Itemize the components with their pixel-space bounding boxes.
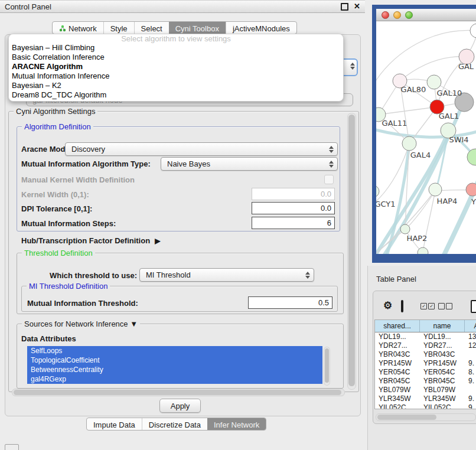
table-cell: YBL079W: [420, 386, 465, 394]
threshold-definition-title: Threshold Definition: [22, 249, 95, 257]
tab-label: Network: [69, 24, 97, 33]
settings-scroll-thumb[interactable]: [348, 115, 355, 386]
deselect-all-columns-icon[interactable]: [438, 303, 452, 309]
table-row[interactable]: YBR045CYBR045C9.: [375, 377, 476, 386]
network-node[interactable]: [402, 136, 416, 151]
hub-definition-label: Hub/Transcription Factor Definition: [21, 236, 150, 245]
list-vertical-scrollbar[interactable]: [324, 347, 330, 386]
network-node[interactable]: [470, 24, 476, 38]
stepper-icon: [325, 161, 334, 168]
column-header[interactable]: name: [420, 320, 465, 332]
screen: { "icons": { "gear": "⚙", "close": "✕", …: [0, 0, 476, 450]
table-cell: 9.: [465, 394, 476, 403]
kernel-width-field[interactable]: 0.0: [252, 188, 335, 200]
table-row[interactable]: YBL079WYBL079W: [375, 386, 476, 394]
algorithm-option[interactable]: ARACNE Algorithm: [9, 62, 343, 71]
column-view-icon[interactable]: [401, 300, 403, 312]
algorithm-option[interactable]: Dream8 DC_TDC Algorithm: [9, 90, 343, 100]
table-row[interactable]: YDL19...YDL19...13: [375, 332, 476, 341]
table-cell: [465, 386, 476, 394]
hub-definition-toggle[interactable]: Hub/Transcription Factor Definition▶: [21, 236, 160, 245]
data-attribute-item[interactable]: SelfLoops: [27, 346, 322, 356]
network-window-titlebar[interactable]: [376, 9, 476, 21]
network-node[interactable]: [466, 183, 476, 196]
table-cell: YIL052C: [420, 403, 465, 409]
settings-horizontal-scrollbar[interactable]: [12, 389, 345, 396]
tab-infer-network[interactable]: Infer Network: [207, 418, 266, 430]
table-cell: 9.: [465, 359, 476, 368]
table-body: YDL19...YDL19...13YDR27...YDR27...12YBR0…: [375, 332, 476, 409]
float-panel-icon[interactable]: [341, 3, 348, 11]
network-canvas[interactable]: GALGAL80GAL10GAL1GAL11SWI4GAL4GCY1HAP4YH…: [376, 21, 476, 254]
table-panel-title: Table Panel: [376, 275, 416, 283]
dpi-tolerance-field[interactable]: 0.0: [252, 202, 335, 214]
table-row[interactable]: YER054CYER054C8.: [375, 368, 476, 377]
cyni-algorithm-settings-title: Cyni Algorithm Settings: [14, 107, 97, 116]
tab-jactivemnodules[interactable]: jActiveMNodules: [226, 22, 296, 34]
select-all-columns-icon[interactable]: ✓ ✓: [420, 303, 435, 309]
network-node[interactable]: [400, 224, 410, 234]
table-row[interactable]: YDR27...YDR27...12: [375, 341, 476, 350]
expand-arrow-icon[interactable]: ▶: [155, 237, 160, 245]
network-canvas-wrap: GALGAL80GAL10GAL1GAL11SWI4GAL4GCY1HAP4YH…: [376, 21, 476, 254]
table-cell: YBR045C: [420, 377, 465, 386]
algorithm-option[interactable]: Bayesian – Hill Climbing: [9, 43, 343, 53]
sources-group-title[interactable]: Sources for Network Inference ▼: [22, 319, 140, 328]
mi-threshold-field[interactable]: 0.5: [248, 296, 332, 309]
table-row[interactable]: YPR145WYPR145W9.: [375, 359, 476, 368]
mi-steps-field[interactable]: 6: [252, 217, 335, 229]
tab-cyni-toolbox[interactable]: Cyni Toolbox: [169, 22, 226, 34]
horizontal-scroll-thumb[interactable]: [14, 390, 341, 395]
table-scroll-thumb[interactable]: [377, 415, 436, 420]
table-row[interactable]: YLR345WYLR345W9.: [375, 394, 476, 403]
network-node[interactable]: [467, 149, 476, 165]
tab-select[interactable]: Select: [134, 22, 169, 34]
column-header[interactable]: shared...: [375, 320, 420, 332]
list-scroll-thumb[interactable]: [325, 348, 329, 383]
close-panel-icon[interactable]: ✕: [354, 3, 360, 10]
gear-icon[interactable]: ⚙: [383, 301, 392, 311]
manual-kernel-width-checkbox[interactable]: [324, 175, 334, 184]
node-label: GAL10: [437, 89, 462, 97]
node-label: GAL11: [382, 119, 407, 128]
collapse-arrow-icon[interactable]: ▼: [130, 319, 138, 328]
network-node[interactable]: [427, 75, 441, 89]
gravity-tray-icon[interactable]: [5, 444, 19, 450]
tab-network[interactable]: Network: [53, 22, 103, 34]
table-row[interactable]: YBR043CYBR043C: [375, 350, 476, 359]
table-cell: YDR27...: [420, 341, 465, 350]
mi-algorithm-type-combo[interactable]: Naive Bayes: [161, 157, 338, 171]
export-table-icon[interactable]: [471, 300, 476, 313]
network-node[interactable]: [429, 183, 442, 196]
unchecked-box-icon: [438, 303, 445, 309]
mi-algorithm-type-label: Mutual Information Algorithm Type:: [21, 159, 151, 168]
apply-button[interactable]: Apply: [159, 399, 201, 413]
network-edge[interactable]: [379, 107, 437, 115]
checked-box-icon: ✓: [420, 303, 427, 309]
which-threshold-combo[interactable]: MI Threshold: [139, 268, 314, 282]
tab-label: jActiveMNodules: [233, 24, 290, 33]
settings-vertical-scrollbar[interactable]: [347, 113, 356, 390]
network-node[interactable]: [376, 185, 379, 197]
algorithm-option[interactable]: Bayesian – K2: [9, 81, 343, 90]
zoom-window-icon[interactable]: [405, 11, 413, 19]
tab-discretize-data[interactable]: Discretize Data: [142, 418, 207, 430]
table-cell: YER054C: [375, 368, 420, 377]
tab-style[interactable]: Style: [103, 22, 134, 34]
data-attribute-item[interactable]: BetweennessCentrality: [27, 365, 322, 374]
table-horizontal-scrollbar[interactable]: [376, 413, 476, 421]
column-header[interactable]: A: [465, 320, 476, 332]
table-cell: YDL19...: [375, 332, 420, 341]
table-row[interactable]: YIL052CYIL052C9.: [375, 403, 476, 409]
node-label: GCY1: [376, 200, 396, 208]
data-attribute-item[interactable]: TopologicalCoefficient: [27, 356, 322, 365]
table-cell: YPR145W: [375, 359, 420, 368]
minimize-window-icon[interactable]: [393, 11, 401, 19]
manual-kernel-width-label: Manual Kernel Width Definition: [21, 175, 135, 184]
close-window-icon[interactable]: [382, 11, 389, 19]
data-attribute-item[interactable]: gal4RGexp: [27, 374, 322, 384]
algorithm-option[interactable]: Mutual Information Inference: [9, 71, 343, 81]
tab-impute-data[interactable]: Impute Data: [87, 418, 142, 430]
algorithm-option[interactable]: Basic Correlation Inference: [9, 53, 343, 62]
aracne-mode-combo[interactable]: Discovery: [65, 142, 338, 156]
